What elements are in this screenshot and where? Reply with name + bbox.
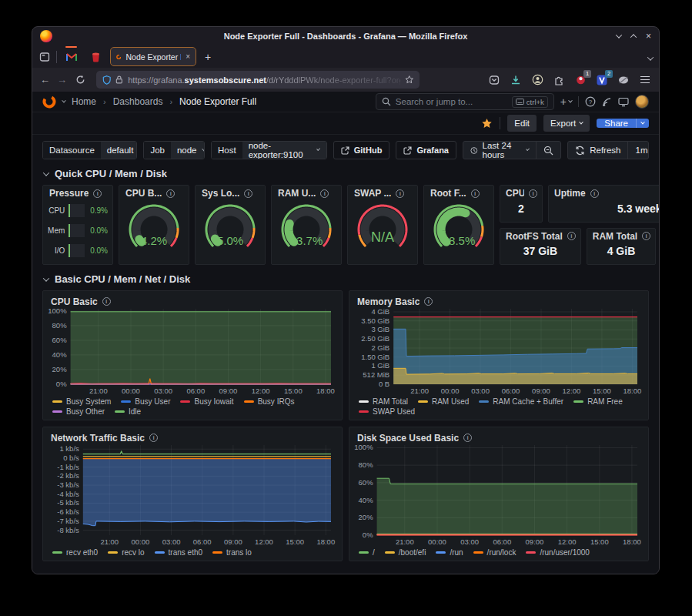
panel-title[interactable]: CPU B...	[125, 188, 162, 199]
panel-title[interactable]: Uptime	[554, 188, 586, 199]
panel-title[interactable]: RAM U...	[278, 188, 316, 199]
add-new-button[interactable]: +	[560, 95, 572, 108]
panel-title[interactable]: Pressure	[49, 188, 89, 199]
legend-item[interactable]: /run/user/1000	[526, 548, 590, 557]
list-all-tabs-icon[interactable]	[648, 50, 653, 64]
legend-item[interactable]: trans eth0	[155, 548, 202, 557]
org-switcher-chevron-icon[interactable]	[62, 99, 66, 103]
legend-item[interactable]: RAM Free	[573, 397, 623, 406]
legend-item[interactable]: RAM Used	[418, 397, 469, 406]
panel-title[interactable]: Disk Space Used Basic	[357, 433, 459, 444]
breadcrumb-dashboards[interactable]: Dashboards	[113, 96, 163, 107]
plot-area[interactable]: 100%80%60%40%20%0%21:0000:0003:0006:0009…	[353, 443, 642, 547]
pinned-tab-red-site[interactable]	[86, 48, 105, 66]
legend-item[interactable]: SWAP Used	[359, 407, 415, 416]
export-button[interactable]: Export	[543, 115, 590, 132]
info-icon[interactable]: i	[320, 189, 329, 198]
info-icon[interactable]: i	[149, 434, 158, 442]
share-dropdown-chevron-icon[interactable]	[636, 119, 649, 128]
url-bar[interactable]: https://grafana.systemsobscure.net/d/rYd…	[96, 71, 420, 89]
panel-title[interactable]: Memory Basic	[357, 296, 420, 307]
time-range-button[interactable]: Last 24 hours	[463, 142, 536, 159]
forward-button[interactable]: →	[57, 74, 67, 85]
legend-item[interactable]: Busy System	[52, 397, 111, 406]
legend-item[interactable]: Busy User	[121, 397, 170, 406]
info-icon[interactable]: i	[642, 232, 650, 240]
panel-title[interactable]: Sys Lo...	[202, 188, 239, 199]
bookmark-star-icon[interactable]	[405, 75, 413, 85]
chart-disk-space-used-basic[interactable]: 100%80%60%40%20%0%21:0000:0003:0006:0009…	[353, 443, 642, 557]
legend-item[interactable]: /	[359, 548, 375, 557]
edit-button[interactable]: Edit	[507, 115, 537, 132]
legend-item[interactable]: /run	[436, 548, 463, 557]
legend-item[interactable]: recv lo	[108, 548, 144, 557]
legend-item[interactable]: RAM Total	[359, 397, 408, 406]
active-tab[interactable]: Node Exporter Full - Dashbo ×	[110, 47, 196, 66]
info-icon[interactable]: i	[166, 189, 175, 198]
window-close-icon[interactable]: ×	[646, 32, 651, 41]
legend-item[interactable]: RAM Cache + Buffer	[479, 397, 563, 406]
favorite-star-icon[interactable]	[481, 118, 493, 129]
chart-network-traffic-basic[interactable]: 1 kb/s0 b/s-1 kb/s-2 kb/s-3 kb/s-4 kb/s-…	[46, 443, 336, 557]
plot-area[interactable]: 1 kb/s0 b/s-1 kb/s-2 kb/s-3 kb/s-4 kb/s-…	[46, 443, 336, 547]
section-basic-cpu-mem-net-disk[interactable]: Basic CPU / Mem / Net / Disk	[44, 273, 647, 285]
plot-area[interactable]: 4 GiB3.50 GiB3 GiB2.50 GiB2 GiB1.50 GiB1…	[353, 306, 642, 396]
new-tab-button[interactable]: +	[202, 51, 214, 63]
info-icon[interactable]: i	[463, 434, 472, 442]
info-icon[interactable]: i	[590, 189, 599, 198]
plot-area[interactable]: 100%80%60%40%20%0%21:0000:0003:0006:0009…	[46, 306, 336, 396]
breadcrumb-home[interactable]: Home	[72, 96, 96, 107]
legend-item[interactable]: Busy IRQs	[244, 397, 295, 406]
panel-title[interactable]: SWAP ...	[354, 188, 391, 199]
info-icon[interactable]: i	[529, 189, 537, 198]
reload-icon[interactable]	[74, 74, 86, 86]
refresh-button[interactable]: Refresh	[568, 142, 627, 159]
chart-memory-basic[interactable]: 4 GiB3.50 GiB3 GiB2.50 GiB2 GiB1.50 GiB1…	[353, 306, 642, 417]
info-icon[interactable]: i	[424, 297, 433, 306]
info-icon[interactable]: i	[102, 297, 111, 306]
host-dropdown[interactable]: Host node-exporter:9100	[211, 141, 327, 159]
lock-icon[interactable]	[115, 75, 123, 85]
job-dropdown[interactable]: Job node	[143, 141, 205, 159]
kiosk-monitor-icon[interactable]	[618, 97, 629, 107]
menu-hamburger-icon[interactable]	[639, 74, 651, 86]
extensions-puzzle-icon[interactable]	[553, 74, 565, 86]
info-icon[interactable]: i	[396, 189, 404, 198]
chart-cpu-basic[interactable]: 100%80%60%40%20%0%21:0000:0003:0006:0009…	[46, 306, 336, 417]
grafana-link-button[interactable]: Grafana	[396, 141, 456, 159]
extension-gray-icon[interactable]	[617, 74, 630, 86]
download-icon[interactable]	[510, 74, 522, 86]
news-rss-icon[interactable]	[602, 97, 612, 107]
panel-title[interactable]: RootFS Total	[506, 231, 563, 242]
help-icon[interactable]: ?	[585, 96, 596, 107]
panel-title[interactable]: Network Traffic Basic	[51, 433, 145, 444]
panel-title[interactable]: RAM Total	[593, 231, 637, 242]
info-icon[interactable]: i	[471, 189, 480, 198]
pinned-tab-gmail[interactable]	[62, 48, 81, 66]
search-input[interactable]: Search or jump to... ctrl+k	[376, 93, 554, 110]
tab-close-icon[interactable]: ×	[186, 52, 190, 61]
legend-item[interactable]: Idle	[115, 407, 141, 416]
extension-blue-icon[interactable]: 2	[596, 74, 608, 86]
zoom-out-button[interactable]	[536, 142, 560, 159]
panel-title[interactable]: CPU Cores	[506, 188, 524, 199]
info-icon[interactable]: i	[93, 189, 102, 198]
panel-title[interactable]: Root F...	[430, 188, 466, 199]
github-link-button[interactable]: GitHub	[333, 141, 390, 159]
account-icon[interactable]	[531, 74, 543, 86]
window-maximize-icon[interactable]	[630, 34, 637, 40]
info-icon[interactable]: i	[244, 189, 252, 198]
window-minimize-icon[interactable]	[616, 32, 622, 38]
legend-item[interactable]: /run/lock	[473, 548, 516, 557]
legend-item[interactable]: /boot/efi	[385, 548, 426, 557]
share-button[interactable]: Share	[597, 119, 649, 128]
info-icon[interactable]: i	[567, 232, 576, 240]
legend-item[interactable]: Busy Iowait	[180, 397, 233, 406]
refresh-interval-dropdown[interactable]: 1m	[627, 142, 649, 159]
panel-title[interactable]: CPU Basic	[51, 296, 98, 307]
legend-item[interactable]: trans lo	[212, 548, 252, 557]
grafana-logo[interactable]	[42, 95, 56, 109]
user-avatar[interactable]	[635, 95, 649, 109]
extension-red-icon[interactable]: 1	[574, 74, 587, 86]
legend-item[interactable]: Busy Other	[52, 407, 105, 416]
